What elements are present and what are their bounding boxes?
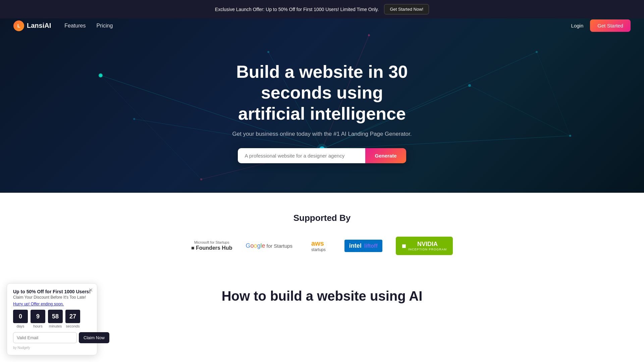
nav-features[interactable]: Features xyxy=(64,23,86,29)
svg-point-20 xyxy=(200,178,202,180)
logo-link[interactable]: L LansiAI xyxy=(13,20,51,31)
logos-row: Microsoft for Startups ■ Founders Hub Go… xyxy=(13,237,631,255)
navbar: L LansiAI Features Pricing Login Get Sta… xyxy=(0,15,644,37)
hero-input-row: Generate xyxy=(238,148,406,163)
login-link[interactable]: Login xyxy=(571,23,584,28)
days-value: 0 xyxy=(13,310,28,317)
svg-line-10 xyxy=(537,52,570,136)
logo-icon: L xyxy=(13,20,24,31)
website-description-input[interactable] xyxy=(238,148,365,163)
supported-section: Supported By Microsoft for Startups ■ Fo… xyxy=(0,193,644,268)
hero-subtitle: Get your business online today with the … xyxy=(232,131,412,137)
offer-widget: ✕ Up to 50% Off for First 1000 Users! Cl… xyxy=(7,283,97,317)
countdown-hours: 9 hours xyxy=(31,310,45,317)
how-title: How to build a website using AI xyxy=(13,289,631,304)
nvidia-logo: ■ NVIDIA INCEPTION PROGRAM xyxy=(396,237,453,255)
countdown-row: 0 days 9 hours 58 minutes 27 seconds xyxy=(13,310,91,317)
countdown-minutes: 58 minutes xyxy=(48,310,63,317)
banner-text: Exclusive Launch Offer: Up to 50% Off fo… xyxy=(215,7,379,12)
svg-point-16 xyxy=(536,51,538,53)
intel-liftoff-logo: intel liftoff xyxy=(344,240,382,252)
svg-point-15 xyxy=(569,135,571,137)
microsoft-logo: Microsoft for Startups ■ Founders Hub xyxy=(191,240,232,252)
svg-point-18 xyxy=(133,118,135,120)
svg-point-17 xyxy=(267,51,269,53)
offer-title: Up to 50% Off for First 1000 Users! xyxy=(13,289,91,294)
nav-links: Features Pricing xyxy=(64,23,113,29)
supported-title: Supported By xyxy=(13,213,631,223)
hours-value: 9 xyxy=(31,310,45,317)
logo-text: LansiAI xyxy=(27,22,51,29)
svg-line-2 xyxy=(322,136,570,149)
google-logo: Google for Startups xyxy=(246,242,292,249)
get-started-button[interactable]: Get Started xyxy=(590,19,631,32)
nav-pricing[interactable]: Pricing xyxy=(96,23,113,29)
hero-section: Build a website in 30 seconds using arti… xyxy=(0,18,644,193)
hero-title: Build a website in 30 seconds using arti… xyxy=(205,61,439,124)
countdown-days: 0 days xyxy=(13,310,28,317)
offer-hurry-text[interactable]: Hurry up! Offer ending soon. xyxy=(13,302,91,306)
svg-point-14 xyxy=(468,84,471,87)
svg-point-21 xyxy=(99,73,103,77)
offer-subtitle: Claim Your Discount Before It's Too Late… xyxy=(13,295,91,300)
offer-close-button[interactable]: ✕ xyxy=(89,287,93,293)
banner-cta-button[interactable]: Get Started Now! xyxy=(384,4,429,14)
aws-logo: aws startups xyxy=(306,237,331,255)
nav-right: Login Get Started xyxy=(571,19,631,32)
minutes-value: 58 xyxy=(48,310,63,317)
svg-line-9 xyxy=(470,85,570,136)
seconds-value: 27 xyxy=(65,310,80,317)
countdown-seconds: 27 seconds xyxy=(65,310,80,317)
generate-button[interactable]: Generate xyxy=(365,148,406,163)
